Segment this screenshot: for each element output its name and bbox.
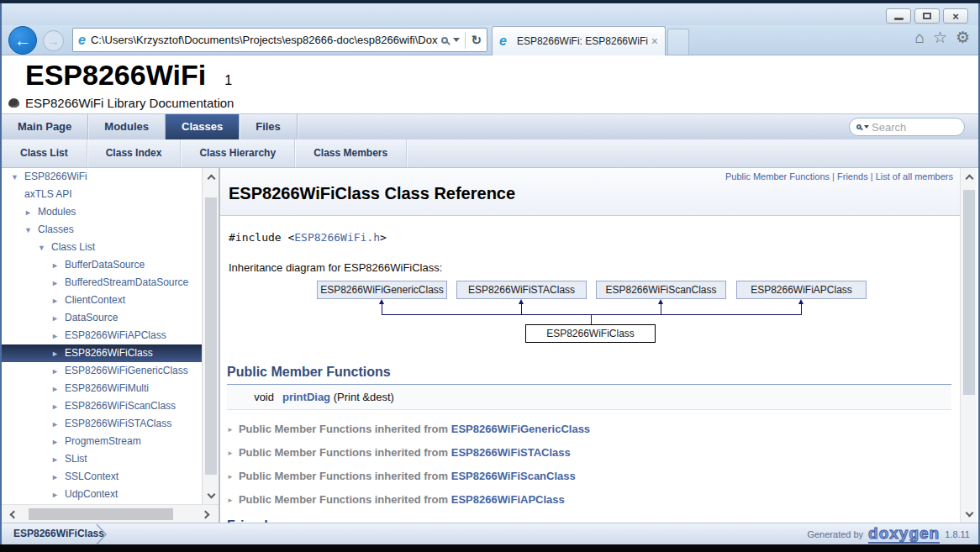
gear-icon[interactable]: ⚙ (956, 29, 970, 45)
sidebar-item-axtls-api[interactable]: axTLS API (2, 186, 202, 203)
diagram-parent-box-esp8266wifigenericclass[interactable]: ESP8266WiFiGenericClass (317, 281, 447, 299)
sidebar-item-esp8266wifi[interactable]: ▼ESP8266WiFi (2, 168, 202, 186)
search-box[interactable] (849, 118, 965, 136)
tree-arrow-icon[interactable]: ► (51, 292, 65, 310)
sidebar-item-sslcontext[interactable]: ►SSLContext (2, 468, 202, 486)
summary-link-friends[interactable]: Friends (830, 171, 868, 181)
inherited-members-section-esp8266wifistaclass[interactable]: ►Public Member Functions inherited from … (227, 446, 960, 457)
sub-tab-class-hierarchy[interactable]: Class Hierarchy (181, 139, 295, 167)
scrollbar-thumb[interactable] (205, 197, 217, 475)
sidebar-item-clientcontext[interactable]: ►ClientContext (2, 292, 202, 309)
sidebar-item-esp8266wifigenericclass[interactable]: ►ESP8266WiFiGenericClass (2, 362, 202, 380)
tree-arrow-icon[interactable]: ▼ (38, 239, 51, 257)
inherited-class-link[interactable]: ESP8266WiFiScanClass (451, 470, 576, 482)
address-dropdown-icon[interactable] (453, 38, 460, 42)
search-dropdown-icon[interactable] (864, 125, 869, 129)
diagram-parent-box-esp8266wifiapclass[interactable]: ESP8266WiFiAPClass (736, 281, 867, 299)
breadcrumb[interactable]: ESP8266WiFiClass (13, 528, 104, 539)
tree-arrow-icon[interactable]: ► (51, 416, 65, 434)
sidebar-horizontal-scrollbar[interactable] (2, 504, 219, 523)
inherited-class-link[interactable]: ESP8266WiFiGenericClass (451, 423, 590, 435)
sidebar-item-esp8266wifiscanclass[interactable]: ►ESP8266WiFiScanClass (2, 397, 202, 415)
expand-arrow-icon[interactable]: ► (227, 449, 234, 457)
sidebar-vertical-scrollbar[interactable] (202, 168, 219, 504)
back-button[interactable]: ← (8, 26, 37, 55)
sidebar-item-progmemstream[interactable]: ►ProgmemStream (2, 433, 202, 450)
tree-arrow-icon[interactable]: ► (51, 486, 65, 504)
content-vertical-scrollbar[interactable] (960, 168, 977, 523)
address-bar[interactable]: e C:\Users\Krzysztof\Documents\Projects\… (72, 28, 487, 52)
sidebar-item-slist[interactable]: ►SList (2, 450, 202, 468)
include-file-link[interactable]: ESP8266WiFi.h (294, 231, 380, 244)
scroll-right-icon[interactable] (197, 506, 213, 523)
tree-arrow-icon[interactable]: ► (51, 328, 65, 345)
search-input[interactable] (872, 121, 947, 134)
sidebar-item-datasource[interactable]: ►DataSource (2, 309, 202, 327)
scroll-left-icon[interactable] (5, 506, 22, 523)
tab-close-icon[interactable]: × (651, 34, 658, 48)
sidebar-item-classes[interactable]: ▼Classes (2, 221, 202, 239)
nav-tab-main-page[interactable]: Main Page (2, 114, 88, 139)
sub-tab-class-index[interactable]: Class Index (87, 139, 182, 167)
inherited-members-section-esp8266wifiapclass[interactable]: ►Public Member Functions inherited from … (227, 493, 960, 504)
tree-arrow-icon[interactable]: ► (51, 310, 65, 328)
inherited-members-section-esp8266wifigenericclass[interactable]: ►Public Member Functions inherited from … (227, 423, 960, 434)
close-button[interactable]: × (943, 8, 968, 24)
home-icon[interactable]: ⌂ (914, 29, 924, 45)
nav-tab-classes[interactable]: Classes (166, 114, 240, 139)
scroll-up-icon[interactable] (203, 170, 219, 187)
tree-arrow-icon[interactable]: ► (24, 204, 38, 222)
scroll-down-icon[interactable] (203, 486, 219, 502)
sidebar-item-modules[interactable]: ►Modules (2, 203, 202, 221)
diagram-child-box[interactable]: ESP8266WiFiClass (525, 324, 656, 343)
tree-arrow-icon[interactable]: ▼ (24, 222, 38, 239)
sidebar-item-bufferdatasource[interactable]: ►BufferDataSource (2, 256, 202, 274)
new-tab-button[interactable] (667, 29, 689, 55)
inherited-members-section-esp8266wifiscanclass[interactable]: ►Public Member Functions inherited from … (227, 470, 960, 481)
tree-arrow-icon[interactable]: ► (51, 398, 65, 416)
sidebar-item-esp8266wificlass[interactable]: ►ESP8266WiFiClass (2, 344, 202, 362)
nav-tab-files[interactable]: Files (240, 114, 298, 139)
expand-arrow-icon[interactable]: ► (227, 473, 234, 481)
scroll-up-icon[interactable] (961, 170, 977, 187)
tree-arrow-icon[interactable]: ► (51, 469, 65, 486)
favorites-star-icon[interactable]: ☆ (933, 29, 947, 45)
diagram-parent-box-esp8266wifistaclass[interactable]: ESP8266WiFiSTAClass (456, 281, 587, 299)
browser-tab[interactable]: e ESP8266WiFi: ESP8266WiFi... × (492, 26, 666, 55)
sidebar-item-class-list[interactable]: ▼Class List (2, 239, 202, 256)
tree-arrow-icon[interactable]: ► (51, 257, 65, 275)
inherited-class-link[interactable]: ESP8266WiFiAPClass (451, 493, 565, 506)
tree-arrow-icon[interactable]: ► (51, 381, 65, 398)
member-name-link[interactable]: printDiag (282, 391, 330, 403)
address-url[interactable]: C:\Users\Krzysztof\Documents\Projects\es… (91, 34, 439, 46)
sub-tab-class-list[interactable]: Class List (2, 139, 87, 167)
sidebar-item-esp8266wifiapclass[interactable]: ►ESP8266WiFiAPClass (2, 327, 202, 344)
summary-link-public-member-functions[interactable]: Public Member Functions (725, 171, 830, 181)
sidebar-item-udpcontext[interactable]: ►UdpContext (2, 486, 202, 503)
inherited-class-link[interactable]: ESP8266WiFiSTAClass (451, 446, 571, 459)
tree-arrow-icon[interactable]: ▼ (11, 169, 24, 187)
sidebar-item-esp8266wifistaclass[interactable]: ►ESP8266WiFiSTAClass (2, 415, 202, 433)
sub-tab-class-members[interactable]: Class Members (295, 139, 407, 167)
minimize-button[interactable] (886, 8, 911, 24)
doxygen-logo[interactable]: doxygen (868, 525, 940, 544)
search-icon[interactable] (441, 37, 448, 44)
diagram-parent-box-esp8266wifiscanclass[interactable]: ESP8266WiFiScanClass (596, 281, 726, 299)
forward-button[interactable]: → (43, 30, 64, 51)
summary-link-list-of-all-members[interactable]: List of all members (868, 171, 953, 181)
tree-arrow-icon[interactable]: ► (51, 345, 65, 363)
nav-tab-modules[interactable]: Modules (88, 114, 166, 139)
scrollbar-thumb[interactable] (963, 190, 975, 395)
scroll-down-icon[interactable] (961, 504, 977, 521)
scrollbar-thumb[interactable] (29, 508, 173, 520)
expand-arrow-icon[interactable]: ► (227, 497, 234, 504)
restore-button[interactable] (914, 8, 940, 24)
tree-arrow-icon[interactable]: ► (51, 363, 65, 381)
refresh-icon[interactable]: ↻ (471, 33, 482, 48)
tree-arrow-icon[interactable]: ► (51, 275, 65, 292)
sidebar-item-esp8266wifimulti[interactable]: ►ESP8266WiFiMulti (2, 380, 202, 397)
tree-arrow-icon[interactable]: ► (51, 434, 65, 451)
expand-arrow-icon[interactable]: ► (227, 426, 234, 434)
tree-arrow-icon[interactable]: ► (51, 451, 65, 469)
sidebar-item-bufferedstreamdatasource[interactable]: ►BufferedStreamDataSource (2, 274, 202, 292)
